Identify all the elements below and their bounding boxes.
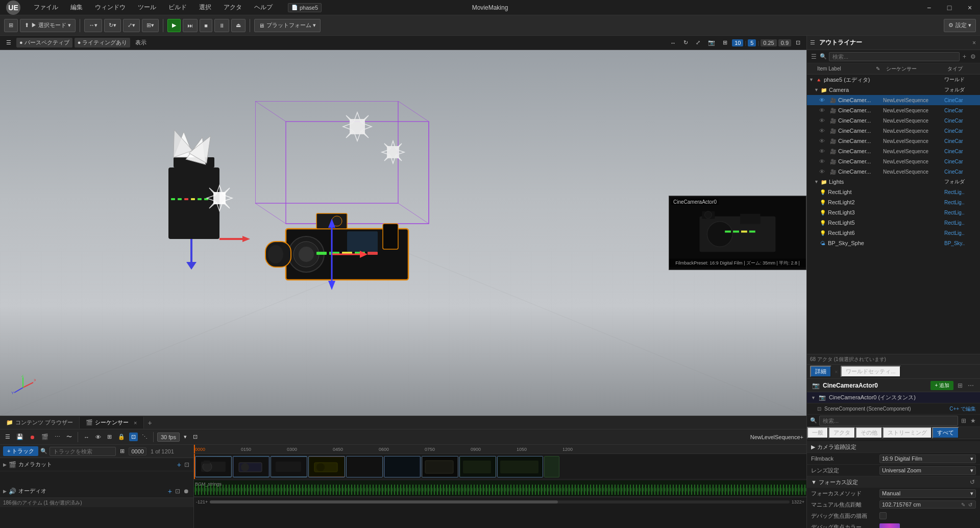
add-panel-btn[interactable]: + <box>144 419 156 427</box>
tree-row-camera-2[interactable]: 👁 🎥 CineCamer... NewLevelSequence CineCa… <box>807 115 980 126</box>
track-search-input[interactable] <box>50 447 116 456</box>
clip-3[interactable] <box>308 456 345 477</box>
vp-extra-btn[interactable]: ⊡ <box>793 38 803 47</box>
details-search-input[interactable] <box>819 416 958 426</box>
angle-size[interactable]: 5 <box>748 39 756 46</box>
play-btn[interactable]: ▶ <box>167 19 181 32</box>
details-all-tab[interactable]: すべて <box>932 427 959 439</box>
cam1-vis-btn[interactable]: 👁 <box>819 107 829 113</box>
scale-btn[interactable]: ⤢▾ <box>123 19 140 32</box>
minimize-btn[interactable]: − <box>919 0 939 15</box>
filmback-dropdown[interactable]: 16:9 Digital Film ▾ <box>879 454 976 463</box>
content-browser-tab[interactable]: 📁 コンテンツ ブラウザー <box>0 417 80 428</box>
vp-rotate-icon[interactable]: ↻ <box>680 38 691 47</box>
outliner-filter-btn[interactable]: ☰ <box>810 53 818 60</box>
clip-8[interactable] <box>497 456 543 477</box>
scene-component-row[interactable]: ⊡ SceneComponent (SceneComponent) C++ で編… <box>807 403 980 415</box>
eject-btn[interactable]: ⏏ <box>231 19 246 32</box>
camera-cut-track[interactable]: ▶ 🎬 カメラカット + ⊡ <box>0 458 193 471</box>
outliner-search-input[interactable] <box>829 52 960 61</box>
tree-row-rectlight2[interactable]: 💡 RectLight2 RectLig.. <box>807 197 980 207</box>
show-btn[interactable]: 表示 <box>132 38 150 47</box>
seq-fps-btn[interactable]: ▾ <box>182 433 189 441</box>
add-component-btn[interactable]: + 追加 <box>930 381 953 390</box>
menu-window[interactable]: ウィンドウ <box>92 1 129 14</box>
platform-btn[interactable]: 🖥 プラットフォーム ▾ <box>254 19 321 32</box>
menu-edit[interactable]: 編集 <box>67 1 86 14</box>
focus-reset-btn[interactable]: ↺ <box>969 478 976 486</box>
tree-row-camera-folder[interactable]: ▼ 📁 Camera フォルダ <box>807 85 980 95</box>
settings-btn[interactable]: ⚙ 設定 ▾ <box>944 19 976 32</box>
viewport-menu-btn[interactable]: ⊞ <box>4 19 18 32</box>
close-btn[interactable]: × <box>960 0 980 15</box>
audio-track-row[interactable]: ▶ 🔊 オーディオ + ⊡ ⏺ <box>0 485 193 498</box>
clip-4[interactable] <box>346 456 383 477</box>
tree-row-camera-7[interactable]: 👁 🎥 CineCamer... NewLevelSequence CineCa… <box>807 166 980 177</box>
clip-7[interactable] <box>459 456 496 477</box>
vp-translate-icon[interactable]: ↔ <box>667 39 679 47</box>
outliner-close-btn[interactable]: × <box>971 39 977 46</box>
clip-5[interactable] <box>384 456 421 477</box>
lighting-btn[interactable]: ● ライティングあり <box>75 38 131 47</box>
sequencer-tab[interactable]: 🎬 シーケンサー × <box>80 417 143 428</box>
cam3-vis[interactable]: 👁 <box>819 128 829 134</box>
scale1[interactable]: 0.25 <box>761 39 776 46</box>
seq-save-btn[interactable]: 💾 <box>14 433 26 441</box>
focus-distance-reset[interactable]: ↺ <box>967 502 973 508</box>
cam4-vis[interactable]: 👁 <box>819 138 829 144</box>
seq-menu-btn[interactable]: ☰ <box>3 433 12 441</box>
details-streaming-tab[interactable]: ストリーミング <box>883 427 932 439</box>
step-btn[interactable]: ⏭ <box>183 19 198 32</box>
add-track-btn[interactable]: + トラック <box>3 446 38 456</box>
details-filter-btn[interactable]: ⋯ <box>967 382 975 389</box>
details-grid-view[interactable]: ⊞ <box>960 417 967 424</box>
seq-filter-btn[interactable]: ⊞ <box>105 433 114 441</box>
timeline-scrollbar[interactable] <box>210 500 789 503</box>
vp-menu-btn[interactable]: ☰ <box>3 38 14 47</box>
focus-distance-edit[interactable]: ✎ <box>960 502 966 508</box>
outliner-settings-btn[interactable]: ⚙ <box>969 53 977 60</box>
tree-row-world[interactable]: ▼ 🔺 phase5 (エディタ) ワールド <box>807 75 980 85</box>
focus-method-dropdown[interactable]: Manual ▾ <box>879 489 976 498</box>
vp-scale-icon[interactable]: ⤢ <box>693 38 703 47</box>
vp-grid-icon[interactable]: ⊞ <box>720 38 730 47</box>
cam2-vis[interactable]: 👁 <box>819 117 829 124</box>
seq-keyframe-btn[interactable]: ⋯ <box>53 433 62 441</box>
camera-cut-add[interactable]: + <box>176 461 182 469</box>
tree-row-rectlight5[interactable]: 💡 RectLight5 RectLig.. <box>807 218 980 228</box>
audio-options-btns[interactable]: ⊡ <box>174 487 181 495</box>
focus-header[interactable]: ▼ フォーカス設定 ↺ <box>807 476 980 488</box>
audio-add[interactable]: + <box>167 487 173 495</box>
menu-tools[interactable]: ツール <box>135 1 159 14</box>
tree-row-camera-5[interactable]: 👁 🎥 CineCamer... NewLevelSequence CineCa… <box>807 146 980 156</box>
tree-row-bpsky[interactable]: 🌤 BP_Sky_Sphe BP_Sky.. <box>807 238 980 248</box>
seq-keys-btn[interactable]: ⋱ <box>140 433 150 441</box>
details-grid-btn[interactable]: ⊞ <box>957 382 964 389</box>
menu-select[interactable]: 選択 <box>196 1 214 14</box>
select-mode-btn[interactable]: ⬆ ▶ 選択モード ▾ <box>20 19 76 32</box>
playhead-marker[interactable] <box>194 445 195 453</box>
tree-row-rectlight6[interactable]: 💡 RectLight6 RectLig.. <box>807 228 980 238</box>
details-other-tab[interactable]: その他 <box>855 427 883 439</box>
tree-row-rectlight[interactable]: 💡 RectLight RectLig.. <box>807 187 980 197</box>
seq-record-btn[interactable]: ⏺ <box>28 433 37 441</box>
tree-row-rectlight3[interactable]: 💡 RectLight3 RectLig.. <box>807 207 980 218</box>
menu-help[interactable]: ヘルプ <box>251 1 276 14</box>
tree-row-camera-3[interactable]: 👁 🎥 CineCamer... NewLevelSequence CineCa… <box>807 126 980 136</box>
seq-active-btn[interactable]: ⊡ <box>129 433 138 441</box>
scale2[interactable]: 0.9 <box>778 39 791 46</box>
outliner-add-btn[interactable]: + <box>962 53 967 60</box>
details-actor-tab[interactable]: アクタ <box>828 427 855 439</box>
camera-preview[interactable]: CineCameraActor0 FilmbackPreset: 16:9 Di… <box>669 196 806 270</box>
snap-btn[interactable]: ⊞▾ <box>142 19 159 32</box>
details-star[interactable]: ★ <box>969 417 977 424</box>
lens-dropdown[interactable]: Universal Zoom ▾ <box>879 466 976 475</box>
perspective-btn[interactable]: ● パースペクティブ <box>16 38 72 47</box>
timeline-thumb[interactable] <box>210 500 557 503</box>
clip-2[interactable] <box>271 456 307 477</box>
clip-6[interactable] <box>422 456 458 477</box>
track-filter-btn[interactable]: ⊞ <box>118 447 127 455</box>
transform-btn[interactable]: ↔▾ <box>84 19 102 32</box>
cpp-edit-btn[interactable]: C++ で編集 <box>949 405 976 413</box>
maximize-btn[interactable]: □ <box>939 0 960 15</box>
